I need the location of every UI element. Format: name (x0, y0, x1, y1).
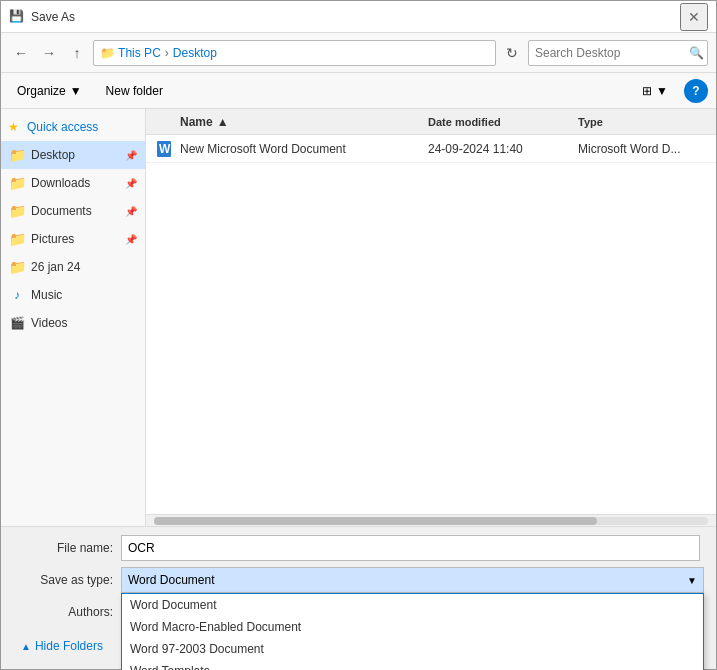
window-icon: 💾 (9, 9, 25, 25)
organize-button[interactable]: Organize ▼ (9, 78, 90, 104)
authors-label: Authors: (13, 605, 113, 619)
view-chevron-icon: ▼ (656, 84, 668, 98)
organize-chevron-icon: ▼ (70, 84, 82, 98)
help-label: ? (692, 84, 699, 98)
breadcrumb-thispc[interactable]: 📁 This PC (100, 46, 161, 60)
organize-label: Organize (17, 84, 66, 98)
savetype-row: Save as type: Word Document ▼ Word Docum… (13, 567, 704, 593)
filename-input[interactable] (121, 535, 700, 561)
svg-text:W: W (159, 142, 171, 156)
sidebar-item-26jan[interactable]: 📁 26 jan 24 (1, 253, 145, 281)
refresh-button[interactable]: ↻ (500, 41, 524, 65)
col-date-header[interactable]: Date modified (428, 116, 578, 128)
filename-row: File name: (13, 535, 704, 561)
sidebar-item-videos[interactable]: 🎬 Videos (1, 309, 145, 337)
search-box: 🔍 (528, 40, 708, 66)
savetype-value: Word Document (128, 573, 214, 587)
sidebar-videos-label: Videos (31, 316, 67, 330)
sidebar-quickaccess-label: Quick access (27, 120, 98, 134)
sidebar-quickaccess-header: ★ Quick access (1, 113, 145, 141)
folder-icon: 📁 (9, 147, 25, 163)
sidebar-documents-label: Documents (31, 204, 92, 218)
sidebar-item-downloads[interactable]: 📁 Downloads 📌 (1, 169, 145, 197)
sidebar-item-desktop[interactable]: 📁 Desktop 📌 (1, 141, 145, 169)
pin-icon: 📌 (125, 178, 137, 189)
navigation-toolbar: ← → ↑ 📁 This PC › Desktop ↻ 🔍 (1, 33, 716, 73)
table-row[interactable]: W New Microsoft Word Document 24-09-2024… (146, 135, 716, 163)
forward-button[interactable]: → (37, 41, 61, 65)
folder-yellow-icon: 📁 (9, 259, 25, 275)
file-list-header: Name ▲ Date modified Type (146, 109, 716, 135)
savetype-dropdown-list: Word Document Word Macro-Enabled Documen… (121, 593, 704, 670)
up-button[interactable]: ↑ (65, 41, 89, 65)
sort-icon: ▲ (217, 115, 229, 129)
pin-icon: 📌 (125, 206, 137, 217)
col-name-header[interactable]: Name ▲ (180, 115, 428, 129)
main-area: ★ Quick access 📁 Desktop 📌 📁 Downloads 📌… (1, 109, 716, 526)
sidebar-desktop-label: Desktop (31, 148, 75, 162)
filename-label: File name: (13, 541, 113, 555)
sidebar-music-label: Music (31, 288, 62, 302)
breadcrumb-sep1: › (165, 46, 169, 60)
hide-folders-toggle[interactable]: ▲ Hide Folders (13, 635, 111, 657)
horizontal-scrollbar[interactable] (146, 514, 716, 526)
breadcrumb: 📁 This PC › Desktop (93, 40, 496, 66)
savetype-dropdown-container: Word Document ▼ Word Document Word Macro… (121, 567, 704, 593)
content-area: Name ▲ Date modified Type W New Microsof… (146, 109, 716, 526)
sidebar: ★ Quick access 📁 Desktop 📌 📁 Downloads 📌… (1, 109, 146, 526)
search-input[interactable] (535, 46, 685, 60)
view-button[interactable]: ⊞ ▼ (634, 78, 676, 104)
dropdown-option-1[interactable]: Word Macro-Enabled Document (122, 616, 703, 638)
search-icon: 🔍 (689, 46, 704, 60)
close-button[interactable]: ✕ (680, 3, 708, 31)
triangle-icon: ▲ (21, 641, 31, 652)
file-type-cell: Microsoft Word D... (578, 142, 708, 156)
savetype-label: Save as type: (13, 573, 113, 587)
hide-folders-label: Hide Folders (35, 639, 103, 653)
video-icon: 🎬 (9, 315, 25, 331)
dropdown-option-3[interactable]: Word Template (122, 660, 703, 670)
sidebar-pictures-label: Pictures (31, 232, 74, 246)
dropdown-option-2[interactable]: Word 97-2003 Document (122, 638, 703, 660)
folder-icon: 📁 (9, 203, 25, 219)
file-list: Name ▲ Date modified Type W New Microsof… (146, 109, 716, 514)
view-icon: ⊞ (642, 84, 652, 98)
folder-icon: 📁 (9, 175, 25, 191)
action-bar: Organize ▼ New folder ⊞ ▼ ? (1, 73, 716, 109)
help-button[interactable]: ? (684, 79, 708, 103)
star-icon: ★ (5, 119, 21, 135)
sidebar-item-music[interactable]: ♪ Music (1, 281, 145, 309)
save-as-dialog: 💾 Save As ✕ ← → ↑ 📁 This PC › Desktop ↻ … (0, 0, 717, 670)
bottom-form-area: File name: Save as type: Word Document ▼… (1, 526, 716, 669)
col-type-header[interactable]: Type (578, 116, 708, 128)
pin-icon: 📌 (125, 234, 137, 245)
file-date-cell: 24-09-2024 11:40 (428, 142, 578, 156)
file-name-cell: New Microsoft Word Document (180, 142, 428, 156)
dropdown-option-0[interactable]: Word Document (122, 594, 703, 616)
new-folder-label: New folder (106, 84, 163, 98)
sidebar-item-documents[interactable]: 📁 Documents 📌 (1, 197, 145, 225)
breadcrumb-desktop[interactable]: Desktop (173, 46, 217, 60)
savetype-chevron-icon: ▼ (687, 575, 697, 586)
sidebar-26jan-label: 26 jan 24 (31, 260, 80, 274)
back-button[interactable]: ← (9, 41, 33, 65)
folder-icon: 📁 (9, 231, 25, 247)
sidebar-downloads-label: Downloads (31, 176, 90, 190)
music-icon: ♪ (9, 287, 25, 303)
pin-icon: 📌 (125, 150, 137, 161)
word-file-icon: W (154, 139, 174, 159)
new-folder-button[interactable]: New folder (98, 78, 171, 104)
title-bar: 💾 Save As ✕ (1, 1, 716, 33)
sidebar-item-pictures[interactable]: 📁 Pictures 📌 (1, 225, 145, 253)
window-title: Save As (31, 10, 680, 24)
savetype-select[interactable]: Word Document ▼ (121, 567, 704, 593)
